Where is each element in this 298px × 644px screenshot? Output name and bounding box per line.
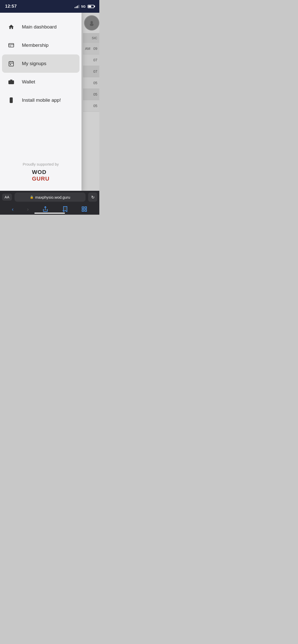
sidebar-item-main-dashboard-label: Main dashboard: [22, 24, 57, 30]
home-icon: [8, 23, 15, 31]
sidebar-item-my-signups-label: My signups: [22, 61, 46, 66]
status-icons: 5G: [75, 5, 94, 8]
sidebar-item-my-signups[interactable]: My signups: [2, 54, 79, 73]
back-button[interactable]: ‹: [8, 204, 18, 214]
sidebar-item-wallet-label: Wallet: [22, 79, 35, 85]
font-size-control[interactable]: AA: [2, 194, 12, 201]
mobile-icon: [8, 97, 15, 104]
sidebar-item-wallet[interactable]: Wallet: [0, 73, 82, 91]
drawer-nav: Main dashboard Membership: [0, 13, 82, 154]
main-content: SIC AM 09 07 07 05 05 05 Main dashboard: [0, 13, 99, 192]
svg-rect-14: [82, 207, 84, 209]
tabs-button[interactable]: [77, 204, 91, 214]
svg-rect-5: [9, 62, 13, 66]
sidebar-item-main-dashboard[interactable]: Main dashboard: [0, 18, 82, 36]
svg-rect-2: [9, 43, 14, 47]
wallet-icon: [8, 78, 15, 85]
network-indicator: 5G: [81, 5, 86, 8]
battery-icon: [88, 5, 94, 8]
wod-text: WOD: [32, 169, 47, 175]
url-bar[interactable]: 🔒 maxphysio.wod.guru: [15, 193, 86, 202]
lock-icon: 🔒: [30, 195, 34, 199]
svg-point-10: [12, 82, 13, 82]
svg-rect-16: [85, 210, 87, 211]
sidebar-item-install-mobile-app[interactable]: Install mobile app!: [0, 91, 82, 109]
sidebar-item-install-mobile-app-label: Install mobile app!: [22, 97, 61, 103]
status-bar: 12:57 5G: [0, 0, 99, 13]
signal-icon: [75, 5, 79, 8]
guru-text: GURU: [32, 175, 50, 182]
svg-rect-9: [10, 64, 11, 65]
status-time: 12:57: [5, 4, 17, 9]
sidebar-item-membership[interactable]: Membership: [0, 36, 82, 54]
url-text: maxphysio.wod.guru: [35, 195, 70, 199]
reload-button[interactable]: ↻: [88, 193, 97, 202]
forward-button[interactable]: ›: [23, 204, 33, 214]
sidebar-item-membership-label: Membership: [22, 42, 49, 48]
svg-rect-15: [85, 207, 87, 209]
wod-guru-logo: WOD GURU: [32, 169, 50, 182]
signups-icon: [8, 60, 15, 67]
drawer-footer: Proudly supported by WOD GURU: [0, 154, 82, 192]
svg-rect-17: [82, 210, 84, 211]
home-indicator: [34, 213, 65, 214]
supported-by-text: Proudly supported by: [23, 162, 59, 166]
membership-icon: [8, 42, 15, 49]
browser-bar: AA 🔒 maxphysio.wod.guru ↻: [0, 191, 99, 203]
navigation-drawer: Main dashboard Membership: [0, 13, 82, 192]
